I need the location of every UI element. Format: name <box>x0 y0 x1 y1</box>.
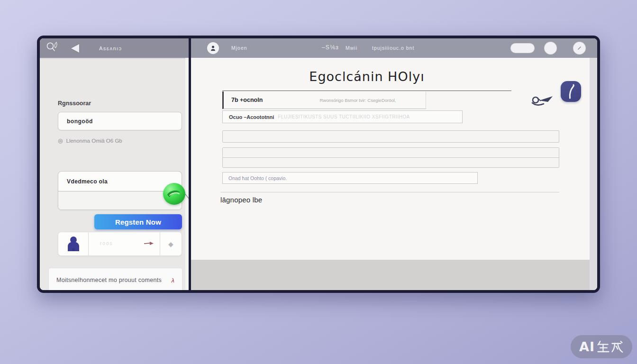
widget-diamond-button[interactable]: ◆ <box>160 232 182 255</box>
form-divider <box>220 192 559 192</box>
topbar-item-primary[interactable]: Mjoen <box>231 45 247 51</box>
main-scrollbar-track[interactable] <box>590 58 597 290</box>
person-widget-button[interactable] <box>58 232 89 255</box>
sidebar-topbar: Asɛʌnıɔ <box>40 38 189 58</box>
window-circle-button[interactable] <box>544 42 557 55</box>
sidebar-panel: Asɛʌnıɔ Rgnssoorar Bree pab9900l ◎ Lleno… <box>40 38 189 290</box>
field-contact-placeholder: Onad ħat Oohto ( copavio. <box>228 175 287 181</box>
goggles-icon <box>530 95 554 109</box>
sidebar-scrollbar[interactable] <box>185 58 189 290</box>
desktop-background: Asɛʌnıɔ Rgnssoorar Bree pab9900l ◎ Lleno… <box>0 0 637 364</box>
lambda-icon: λ <box>172 277 174 284</box>
watermark-prefix: AI <box>579 339 595 354</box>
window-arrow-button[interactable] <box>573 42 586 55</box>
form-field-contact[interactable]: Onad ħat Oohto ( copavio. <box>222 172 478 184</box>
page-title: Egoclcánin HOlyı <box>309 69 424 84</box>
form-footer-note: lāgnopeo lbe <box>220 196 262 204</box>
form-field-double[interactable] <box>222 147 559 168</box>
field-account-value: Ocuo –Acoototnni <box>229 114 274 120</box>
watermark-cjk-glyphs <box>596 340 624 354</box>
main-panel: Mjoen –S⅙ɜ Mwii tpujsiiiouc.o bnt Egoclc… <box>191 38 597 290</box>
target-icon: ◎ <box>58 137 63 144</box>
form-field-account[interactable]: Ocuo –Acoototnni FLUJIESITIKUSTS SUUS TU… <box>222 110 463 123</box>
topbar-item-stat: –S⅙ɜ <box>322 44 339 51</box>
widget-center-cell[interactable]: roos <box>89 232 160 255</box>
title-divider <box>222 91 511 91</box>
sidebar-secure-row: ◎ Llenonma Omiā O6 Gb <box>58 137 122 144</box>
sidebar-widget-row: roos ◆ <box>58 232 182 256</box>
secure-row-label: Llenonma Omiā O6 Gb <box>66 138 122 144</box>
ai-generated-watermark: AI <box>571 335 632 358</box>
diamond-icon: ◆ <box>168 240 173 248</box>
bottom-note-label: Moitsnelhonmecet mo prouut coments <box>56 277 172 283</box>
pin-icon <box>144 241 155 246</box>
person-icon <box>65 236 82 253</box>
register-now-button[interactable]: Regsten Now <box>94 214 182 229</box>
field-label-text: 7b +ocnoln <box>231 97 263 103</box>
widget-center-label: roos <box>100 241 113 246</box>
curved-stroke-icon <box>565 83 577 100</box>
main-content: Egoclcánin HOlyı 7b +ocnoln Rwonsórigo B… <box>191 58 590 260</box>
field-account-suffix: FLUJIESITIKUSTS SUUS TUCTIILIKIIO XSFIIG… <box>278 114 410 119</box>
back-arrow-icon[interactable] <box>71 44 79 53</box>
password-input-value: bongoöd <box>67 118 93 125</box>
register-now-label: Regsten Now <box>115 218 161 226</box>
app-window: Asɛʌnıɔ Rgnssoorar Bree pab9900l ◎ Lleno… <box>37 36 600 293</box>
avatar[interactable] <box>207 42 219 54</box>
status-green-icon <box>163 183 185 205</box>
form-field-empty[interactable] <box>222 130 559 143</box>
sidebar-app-label: Asɛʌnıɔ <box>99 46 122 51</box>
phone-app-icon[interactable] <box>561 81 581 102</box>
topbar-item-long[interactable]: tpujsiiiouc.o bnt <box>372 45 414 51</box>
form-field-label[interactable]: 7b +ocnoln Rwonsórigo Bsmor tvir: Csegie… <box>222 91 426 109</box>
main-topbar: Mjoen –S⅙ɜ Mwii tpujsiiiouc.o bnt <box>191 38 597 58</box>
app-logo-icon[interactable] <box>46 41 60 56</box>
field-label-hint: Rwonsórigo Bsmor tvir: CsegieDoröol, <box>300 98 416 103</box>
combo-value: Vdedmeco ola <box>67 178 108 185</box>
window-pill-button[interactable] <box>510 43 535 53</box>
topbar-item-short[interactable]: Mwii <box>346 45 357 51</box>
password-input[interactable]: bongoöd <box>58 112 182 130</box>
double-field-top-row[interactable] <box>223 148 559 158</box>
sidebar-bottom-note[interactable]: Moitsnelhonmecet mo prouut coments λ <box>48 268 182 290</box>
combo-value-row[interactable]: Vdedmeco ola <box>58 172 182 191</box>
diagonal-arrow-icon <box>577 46 582 51</box>
sidebar-heading-primary: Rgnssoorar <box>58 100 91 107</box>
user-icon <box>209 45 217 52</box>
